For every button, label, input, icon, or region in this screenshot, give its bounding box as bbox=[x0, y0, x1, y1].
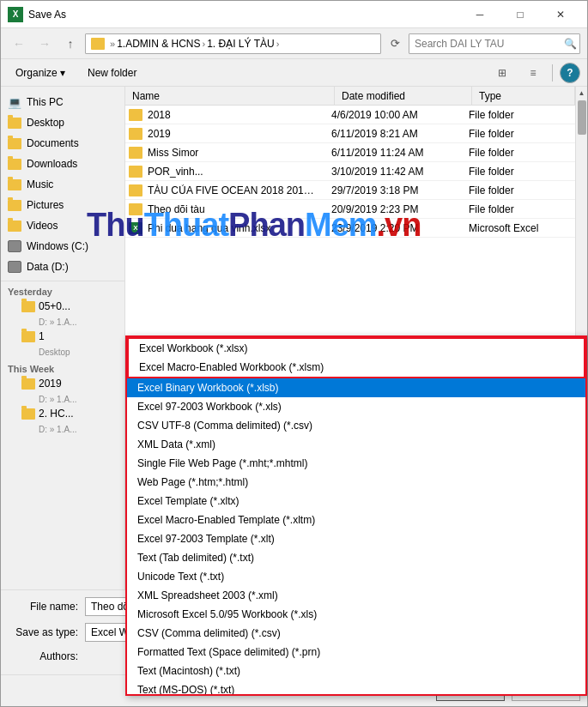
file-date: 6/11/2019 8:21 AM bbox=[331, 128, 469, 140]
sidebar-label-documents: Documents bbox=[27, 137, 79, 149]
file-name-cell: Theo dõi tàu bbox=[129, 203, 331, 215]
sidebar: 💻 This PC Desktop Documents D bbox=[1, 87, 125, 589]
saveastype-dropdown[interactable]: Excel Workbook (*.xlsx) Excel Macro-Enab… bbox=[125, 335, 587, 696]
organize-button[interactable]: Organize ▾ bbox=[8, 63, 73, 83]
sidebar-item-documents[interactable]: Documents bbox=[1, 133, 124, 154]
breadcrumb-folder-icon bbox=[91, 38, 105, 50]
file-list-header: Name Date modified Type bbox=[125, 87, 575, 106]
dropdown-item-17[interactable]: Text (Macintosh) (*.txt) bbox=[127, 662, 585, 680]
dropdown-item-5[interactable]: XML Data (*.xml) bbox=[127, 435, 585, 454]
dropdown-item-2[interactable]: Excel Binary Workbook (*.xlsb) bbox=[127, 378, 585, 397]
title-bar: X Save As ─ □ ✕ bbox=[1, 1, 587, 28]
dropdown-item-13[interactable]: XML Spreadsheet 2003 (*.xml) bbox=[127, 586, 585, 605]
file-name-cell: TÀU CỦA FIVE OCEAN 2018 2019 FDA & ... bbox=[129, 184, 331, 196]
forward-button[interactable]: → bbox=[33, 33, 56, 54]
computer-icon: 💻 bbox=[8, 95, 21, 109]
file-name-cell: 2019 bbox=[129, 128, 331, 140]
dropdown-item-7[interactable]: Web Page (*.htm;*.html) bbox=[127, 473, 585, 492]
refresh-button[interactable]: ⟳ bbox=[385, 33, 405, 54]
sidebar-item-desktop[interactable]: Desktop bbox=[1, 112, 124, 133]
dropdown-item-14[interactable]: Microsoft Excel 5.0/95 Workbook (*.xls) bbox=[127, 605, 585, 624]
recent-section-yesterday: Yesterday bbox=[1, 285, 124, 299]
sidebar-item-downloads[interactable]: Downloads bbox=[1, 154, 124, 174]
sidebar-recent-item-2[interactable]: 2019 D: » 1.A... bbox=[1, 376, 124, 406]
up-button[interactable]: ↑ bbox=[59, 33, 82, 54]
scroll-thumb[interactable] bbox=[578, 100, 586, 135]
sidebar-item-data-d[interactable]: Data (D:) bbox=[1, 257, 124, 277]
file-name: Miss Simor bbox=[148, 147, 198, 159]
scroll-up-arrow[interactable]: ▲ bbox=[576, 87, 588, 99]
table-row[interactable]: 2018 4/6/2019 10:00 AM File folder bbox=[125, 106, 575, 124]
file-name: Theo dõi tàu bbox=[148, 203, 205, 215]
sidebar-item-videos[interactable]: Videos bbox=[1, 215, 124, 236]
recent-item-label: 2019 bbox=[39, 378, 62, 390]
recent-item-sub: D: » 1.A... bbox=[39, 317, 76, 327]
sidebar-recent-item-0[interactable]: 05+0... D: » 1.A... bbox=[1, 299, 124, 329]
file-type: File folder bbox=[469, 166, 572, 178]
maximize-button[interactable]: □ bbox=[500, 1, 540, 28]
table-row[interactable]: POR_vinh... 3/10/2019 11:42 AM File fold… bbox=[125, 162, 575, 181]
help-button[interactable]: ? bbox=[560, 63, 580, 83]
dropdown-item-9[interactable]: Excel Macro-Enabled Template (*.xltm) bbox=[127, 511, 585, 529]
sidebar-recent-item-3[interactable]: 2. HC... D: » 1.A... bbox=[1, 406, 124, 436]
table-row[interactable]: Miss Simor 6/11/2019 11:24 AM File folde… bbox=[125, 143, 575, 162]
dropdown-item-11[interactable]: Text (Tab delimited) (*.txt) bbox=[127, 548, 585, 567]
hdd-icon bbox=[8, 239, 21, 253]
file-name: POR_vinh... bbox=[148, 166, 203, 178]
file-date: 4/6/2019 10:00 AM bbox=[331, 109, 469, 121]
view-button-list[interactable]: ≡ bbox=[521, 63, 545, 83]
sidebar-item-music[interactable]: Music bbox=[1, 174, 124, 195]
file-type: File folder bbox=[469, 109, 572, 121]
dropdown-item-0[interactable]: Excel Workbook (*.xlsx) bbox=[129, 339, 584, 358]
col-header-name[interactable]: Name bbox=[125, 87, 335, 105]
breadcrumb[interactable]: » 1.ADMIN & HCNS › 1. ĐẠI LÝ TÀU › bbox=[85, 33, 381, 54]
close-button[interactable]: ✕ bbox=[541, 1, 580, 28]
sidebar-label-music: Music bbox=[27, 178, 53, 190]
file-name-cell: 2018 bbox=[129, 109, 331, 121]
col-header-type[interactable]: Type bbox=[472, 87, 575, 105]
dropdown-item-8[interactable]: Excel Template (*.xltx) bbox=[127, 492, 585, 511]
sidebar-item-pictures[interactable]: Pictures bbox=[1, 195, 124, 215]
dropdown-item-1[interactable]: Excel Macro-Enabled Workbook (*.xlsm) bbox=[129, 358, 584, 377]
dropdown-item-3[interactable]: Excel 97-2003 Workbook (*.xls) bbox=[127, 397, 585, 416]
table-row[interactable]: Theo dõi tàu 20/9/2019 2:23 PM File fold… bbox=[125, 200, 575, 219]
filename-label: File name: bbox=[8, 601, 85, 613]
breadcrumb-separator-3: › bbox=[276, 39, 280, 49]
col-header-date[interactable]: Date modified bbox=[335, 87, 472, 105]
breadcrumb-separator-2: › bbox=[202, 39, 205, 49]
search-icon[interactable]: 🔍 bbox=[564, 38, 577, 50]
minimize-button[interactable]: ─ bbox=[460, 1, 500, 28]
search-input[interactable] bbox=[409, 33, 580, 54]
sidebar-label-desktop: Desktop bbox=[27, 117, 64, 129]
breadcrumb-path-2: 1. ĐẠI LÝ TÀU bbox=[207, 38, 274, 50]
dropdown-item-15[interactable]: CSV (Comma delimited) (*.csv) bbox=[127, 624, 585, 643]
sidebar-recent-item-1[interactable]: 1 Desktop bbox=[1, 329, 124, 359]
breadcrumb-path-1: 1.ADMIN & HCNS bbox=[117, 38, 200, 50]
new-folder-button[interactable]: New folder bbox=[80, 63, 144, 83]
dropdown-item-18[interactable]: Text (MS-DOS) (*.txt) bbox=[127, 680, 585, 696]
table-row[interactable]: 2019 6/11/2019 8:21 AM File folder bbox=[125, 124, 575, 143]
app-icon: X bbox=[8, 7, 23, 22]
folder-icon bbox=[8, 178, 21, 191]
dropdown-item-6[interactable]: Single File Web Page (*.mht;*.mhtml) bbox=[127, 454, 585, 473]
organize-toolbar: Organize ▾ New folder ⊞ ≡ ? bbox=[1, 59, 587, 87]
view-button-grid[interactable]: ⊞ bbox=[490, 63, 514, 83]
recent-item-sub: D: » 1.A... bbox=[39, 425, 76, 434]
file-type: File folder bbox=[469, 128, 572, 140]
dropdown-item-12[interactable]: Unicode Text (*.txt) bbox=[127, 567, 585, 586]
file-date: 29/7/2019 3:18 PM bbox=[331, 184, 469, 196]
hdd-icon bbox=[8, 260, 21, 274]
folder-icon bbox=[129, 184, 142, 196]
table-row[interactable]: X Phi dua hang qua vinh.xlsx 23/9/2019 2… bbox=[125, 219, 575, 238]
table-row[interactable]: TÀU CỦA FIVE OCEAN 2018 2019 FDA & ... 2… bbox=[125, 181, 575, 200]
dropdown-item-16[interactable]: Formatted Text (Space delimited) (*.prn) bbox=[127, 643, 585, 662]
dropdown-item-10[interactable]: Excel 97-2003 Template (*.xlt) bbox=[127, 529, 585, 548]
recent-item-sub: D: » 1.A... bbox=[39, 395, 76, 404]
sidebar-item-thispc[interactable]: 💻 This PC bbox=[1, 92, 124, 112]
dropdown-item-4[interactable]: CSV UTF-8 (Comma delimited) (*.csv) bbox=[127, 416, 585, 435]
sidebar-label-thispc: This PC bbox=[27, 96, 64, 108]
file-type: File folder bbox=[469, 203, 572, 215]
back-button[interactable]: ← bbox=[8, 33, 30, 54]
file-type: File folder bbox=[469, 184, 572, 196]
sidebar-item-windows-c[interactable]: Windows (C:) bbox=[1, 236, 124, 257]
